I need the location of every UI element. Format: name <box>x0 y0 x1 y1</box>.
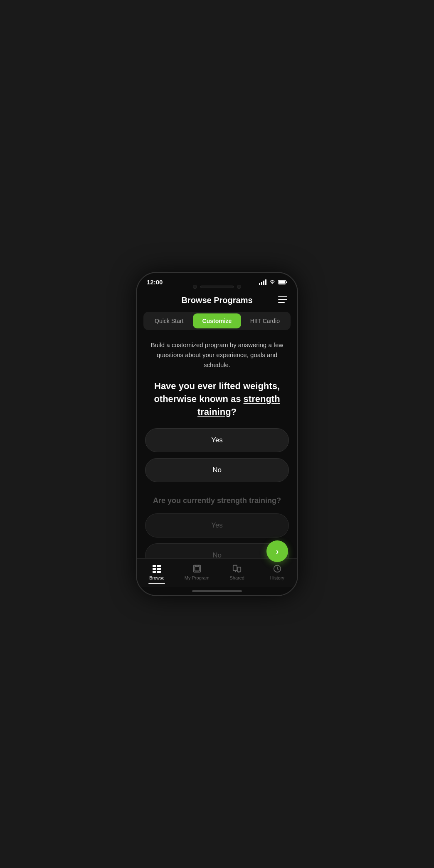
wifi-icon <box>269 280 276 285</box>
nav-shared[interactable]: Shared <box>217 562 257 585</box>
browse-icon <box>151 564 162 574</box>
question1-yes-button[interactable]: Yes <box>145 428 289 452</box>
home-bar <box>192 590 242 592</box>
svg-rect-14 <box>237 567 241 572</box>
camera-dot <box>193 285 197 289</box>
question1-after: ? <box>231 407 237 417</box>
svg-rect-13 <box>233 565 237 571</box>
notch-area <box>137 285 297 289</box>
signal-icon <box>259 279 266 285</box>
question2-yes-button[interactable]: Yes <box>145 513 289 538</box>
browse-active-indicator <box>148 583 165 584</box>
phone-screen: 12:00 <box>137 273 297 595</box>
tab-switcher: Quick Start Customize HIIT Cardio <box>143 312 291 330</box>
svg-rect-1 <box>279 281 285 284</box>
menu-line-1 <box>278 296 287 297</box>
tab-quick-start[interactable]: Quick Start <box>145 313 193 328</box>
scroll-content: Build a customized program by answering … <box>137 337 297 558</box>
section-gap <box>145 488 289 496</box>
svg-rect-5 <box>153 571 156 573</box>
tab-customize[interactable]: Customize <box>193 313 241 328</box>
question1-no-button[interactable]: No <box>145 458 289 482</box>
svg-rect-2 <box>286 281 287 283</box>
history-label: History <box>270 575 284 580</box>
svg-rect-7 <box>157 568 161 570</box>
battery-icon <box>278 280 287 285</box>
next-fab-button[interactable]: › <box>266 540 288 562</box>
nav-browse[interactable]: Browse <box>137 562 177 585</box>
svg-rect-10 <box>195 567 199 571</box>
svg-rect-3 <box>153 565 156 567</box>
question1-text: Have you ever lifted weights, otherwise … <box>145 380 289 418</box>
bottom-nav: Browse My Program <box>137 558 297 587</box>
speaker-grille <box>200 286 234 288</box>
header: Browse Programs <box>137 289 297 310</box>
description-text: Build a customized program by answering … <box>145 337 289 380</box>
home-indicator <box>137 587 297 595</box>
nav-my-program[interactable]: My Program <box>177 562 217 585</box>
svg-rect-8 <box>157 571 161 573</box>
phone-frame: 12:00 <box>136 272 298 596</box>
menu-line-2 <box>278 299 287 300</box>
tab-hiit-cardio[interactable]: HIIT Cardio <box>241 313 289 328</box>
question2-text: Are you currently strength training? <box>145 496 289 505</box>
my-program-label: My Program <box>185 575 210 580</box>
page-title: Browse Programs <box>181 296 252 305</box>
nav-history[interactable]: History <box>257 562 298 585</box>
menu-line-3 <box>278 302 285 303</box>
svg-rect-6 <box>157 565 161 567</box>
status-icons <box>259 279 287 285</box>
camera-dot-right <box>237 285 241 289</box>
shared-label: Shared <box>230 575 244 580</box>
my-program-icon <box>192 564 202 574</box>
camera-area <box>193 285 241 289</box>
menu-button[interactable] <box>278 296 287 303</box>
shared-icon <box>232 564 242 574</box>
browse-label: Browse <box>149 575 165 580</box>
svg-rect-4 <box>153 568 156 570</box>
history-icon <box>272 564 283 574</box>
next-arrow-icon: › <box>276 547 279 556</box>
